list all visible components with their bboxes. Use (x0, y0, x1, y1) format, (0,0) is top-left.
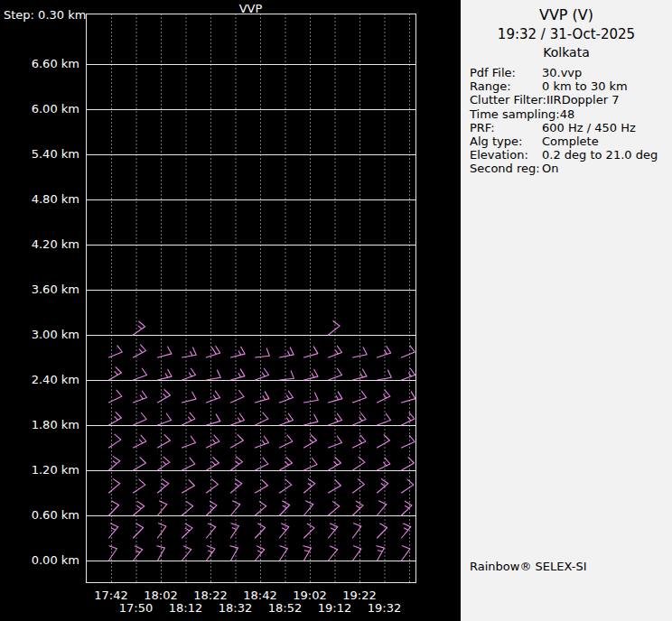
wind-barb (256, 392, 269, 403)
y-axis-label: 0.60 km (0, 508, 79, 523)
wind-barb (134, 435, 146, 448)
wind-barb (231, 391, 245, 403)
wind-barb (378, 524, 387, 538)
wind-barb (157, 546, 165, 561)
x-axis-label: 19:22 (338, 589, 381, 602)
wind-barb (378, 347, 391, 358)
wind-barb (402, 412, 415, 425)
y-axis-label: 3.60 km (0, 283, 79, 297)
wind-barb (182, 546, 191, 561)
panel-location: Kolkata (461, 45, 672, 60)
wind-barb (280, 501, 290, 515)
wind-barb (207, 458, 219, 470)
wind-barb (304, 369, 319, 380)
wind-barb (109, 457, 120, 470)
x-axis-label: 18:22 (189, 589, 232, 602)
wind-barb (353, 413, 367, 426)
wind-barb (329, 502, 340, 515)
wind-barb (280, 391, 294, 403)
info-field-label: Time sampling: (470, 107, 560, 121)
wind-barb (231, 369, 245, 380)
wind-barb (231, 347, 246, 357)
x-axis-label: 17:42 (89, 589, 133, 602)
wind-barb (182, 412, 195, 425)
wind-barb (329, 321, 341, 335)
wind-barb (158, 524, 166, 538)
wind-barb (231, 413, 245, 425)
wind-barb (256, 436, 269, 448)
wind-barb (158, 390, 171, 403)
wind-barb (256, 348, 270, 357)
wind-barb (158, 501, 167, 515)
wind-barb (402, 436, 415, 449)
panel-title: VVP (V) (461, 6, 672, 23)
wind-barb (109, 501, 119, 515)
y-axis-label: 2.40 km (0, 373, 79, 387)
wind-barb (402, 368, 415, 380)
wind-barb (158, 479, 169, 493)
info-field-row: Clutter Filter:IIRDoppler 7 (470, 93, 672, 107)
wind-barb (353, 435, 366, 448)
wind-barb (353, 479, 365, 493)
info-field-label: Clutter Filter: (470, 93, 546, 107)
x-axis-label: 19:32 (363, 601, 406, 615)
info-field-row: Alg type:Complete (470, 134, 672, 148)
plot-border (87, 14, 416, 583)
wind-barb (402, 479, 414, 493)
wind-barb (207, 479, 219, 493)
wind-barb (231, 524, 239, 538)
x-axis-label: 18:52 (264, 601, 307, 615)
wind-barb (182, 348, 197, 357)
info-field-label: Range: (470, 79, 542, 93)
info-field-value: On (542, 162, 558, 175)
info-field-row: Second reg:On (470, 162, 672, 175)
wind-barb (134, 413, 147, 426)
y-axis-label: 3.00 km (0, 328, 79, 342)
wind-barb (377, 546, 385, 561)
x-axis-label: 19:02 (288, 589, 331, 602)
x-axis-label: 19:12 (313, 601, 357, 615)
radar-app-window: VVP Step: 0.30 km 6.60 km6.00 km5.40 km4… (0, 0, 672, 621)
wind-barb (231, 457, 243, 470)
wind-barb (280, 524, 289, 538)
wind-barb (280, 348, 294, 357)
wind-barb (158, 457, 170, 470)
wind-barb (329, 524, 338, 538)
wind-barb (207, 546, 215, 561)
wind-barb (329, 436, 342, 448)
info-field-value: Complete (542, 134, 599, 148)
wind-barb (280, 458, 293, 470)
wind-barb (134, 524, 144, 538)
wind-barb (256, 480, 268, 493)
y-axis-label: 1.20 km (0, 463, 79, 477)
wind-barb (207, 347, 220, 358)
wind-barb (353, 501, 364, 515)
info-field-label: Second reg: (470, 162, 542, 175)
wind-barb (109, 524, 118, 538)
wind-barb (280, 546, 288, 561)
y-axis-label: 6.60 km (0, 57, 79, 71)
wind-barb (134, 546, 143, 561)
wind-barb (182, 458, 195, 470)
wind-barb (378, 458, 390, 470)
x-axis-label: 18:02 (139, 589, 182, 602)
wind-barb (304, 393, 319, 403)
wind-barb (402, 392, 415, 403)
info-field-row: Time sampling:48 (470, 107, 672, 121)
wind-barb (109, 434, 121, 448)
x-axis-label: 18:32 (214, 601, 257, 615)
wind-barb (304, 524, 315, 538)
y-axis-label: 4.80 km (0, 192, 79, 207)
wind-barb (378, 370, 392, 380)
wind-barb (109, 412, 122, 425)
info-field-row: Pdf File:30.vvp (470, 66, 672, 79)
wind-barb (109, 479, 120, 493)
info-field-row: Range:0 km to 30 km (470, 79, 672, 93)
info-field-row: PRF:600 Hz / 450 Hz (470, 121, 672, 134)
y-axis-label: 0.00 km (0, 553, 79, 568)
wind-barb (134, 479, 145, 493)
wind-barb (207, 501, 218, 515)
wind-barb (303, 546, 312, 561)
wind-barb (207, 414, 220, 425)
wind-barb (182, 436, 196, 448)
